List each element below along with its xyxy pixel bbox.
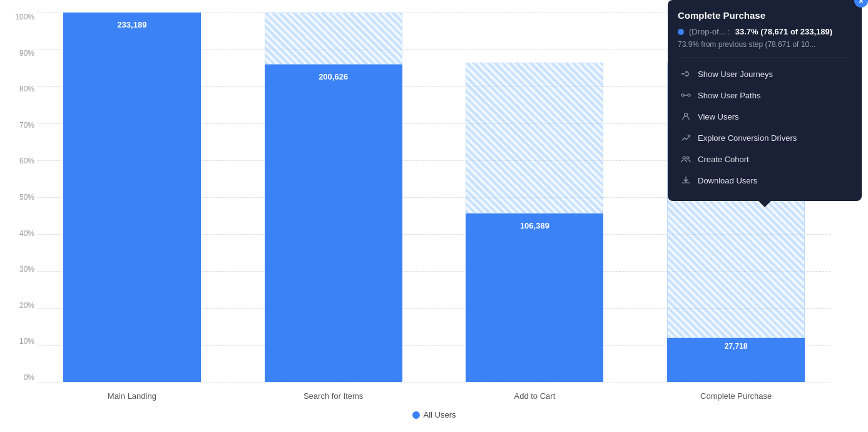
bar-wrapper-add-cart: 106,389 Add to Cart	[441, 13, 630, 382]
menu-item-explore-conversion[interactable]: Explore Conversion Drivers	[678, 127, 852, 148]
bar-solid-search-items: 200,626	[265, 64, 402, 382]
bar-group-search-items: 200,626 Search for Items	[239, 13, 428, 382]
y-label-100: 100%	[15, 13, 34, 21]
download-icon	[680, 175, 692, 186]
svg-point-3	[682, 94, 684, 96]
y-label-40: 40%	[19, 229, 34, 238]
menu-item-download-users[interactable]: Download Users	[678, 170, 852, 191]
grid-line-0	[38, 382, 830, 383]
conversion-icon	[680, 132, 692, 143]
y-label-90: 90%	[19, 49, 34, 58]
bar-solid-add-cart: 106,389	[466, 213, 603, 382]
menu-item-show-user-paths[interactable]: Show User Paths	[678, 85, 852, 106]
x-label-add-cart: Add to Cart	[514, 391, 555, 401]
bar-stack-main-landing: 233,189	[63, 13, 201, 382]
legend-label: All Users	[423, 410, 456, 419]
popup-sub-text: 73.9% from previous step (78,671 of 10..…	[678, 40, 852, 49]
y-axis: 100% 90% 80% 70% 60% 50% 40% 30% 20% 10%…	[6, 13, 34, 382]
menu-label-show-user-paths: Show User Paths	[698, 91, 760, 100]
x-label-complete-purchase: Complete Purchase	[700, 391, 772, 401]
bar-solid-main-landing: 233,189	[63, 13, 201, 382]
popup-stat-dot	[678, 29, 684, 35]
svg-rect-1	[685, 71, 688, 73]
y-label-50: 50%	[19, 193, 34, 202]
svg-rect-0	[682, 73, 684, 75]
svg-point-7	[687, 157, 689, 159]
bar-wrapper-search-items: 200,626 Search for Items	[239, 13, 428, 382]
y-label-70: 70%	[19, 121, 34, 130]
bar-stack-search-items: 200,626	[265, 13, 402, 382]
bar-hatched-search-items	[265, 13, 402, 64]
bar-hatched-add-cart	[466, 63, 603, 213]
journey-icon	[680, 68, 692, 80]
cohort-icon	[680, 153, 692, 165]
legend-dot	[412, 411, 419, 419]
y-label-30: 30%	[19, 265, 34, 274]
menu-item-create-cohort[interactable]: Create Cohort	[678, 148, 852, 170]
svg-rect-2	[685, 75, 688, 76]
bar-value-add-cart: 106,389	[466, 221, 603, 230]
users-icon	[680, 111, 692, 122]
y-label-20: 20%	[19, 301, 34, 310]
svg-point-5	[685, 113, 688, 116]
y-label-10: 10%	[19, 337, 34, 346]
bar-value-main-landing: 233,189	[63, 20, 201, 29]
bar-value-complete-purchase: 27,718	[667, 342, 805, 351]
x-label-search-items: Search for Items	[304, 391, 363, 401]
svg-point-6	[683, 157, 685, 159]
bar-group-main-landing: 233,189 Main Landing	[38, 13, 227, 382]
popup-title: Complete Purchase	[678, 10, 852, 21]
popup-stat-bold: 33.7% (78,671 of 233,189)	[735, 27, 832, 36]
popup-menu: × Complete Purchase (Drop-of... : 33.7% …	[668, 0, 862, 201]
bar-value-search-items: 200,626	[265, 72, 402, 81]
popup-stat-label: (Drop-of... :	[689, 27, 730, 36]
popup-arrow	[758, 201, 771, 207]
path-icon	[680, 90, 692, 101]
menu-label-show-user-journeys: Show User Journeys	[698, 69, 773, 79]
menu-label-explore-conversion: Explore Conversion Drivers	[698, 133, 797, 143]
y-label-60: 60%	[19, 157, 34, 165]
bar-solid-complete-purchase: 27,718	[667, 338, 805, 382]
popup-stat-row: (Drop-of... : 33.7% (78,671 of 233,189)	[678, 27, 852, 36]
bar-wrapper-main-landing: 233,189 Main Landing	[38, 13, 227, 382]
bar-stack-add-cart: 106,389	[466, 63, 603, 382]
chart-legend: All Users	[412, 410, 456, 419]
popup-close-button[interactable]: ×	[854, 0, 868, 8]
y-label-80: 80%	[19, 85, 34, 93]
svg-point-4	[688, 94, 690, 96]
chart-container: 100% 90% 80% 70% 60% 50% 40% 30% 20% 10%…	[0, 0, 868, 432]
bar-group-add-cart: 106,389 Add to Cart	[441, 13, 630, 382]
menu-label-view-users: View Users	[698, 112, 739, 121]
menu-item-view-users[interactable]: View Users	[678, 106, 852, 127]
x-label-main-landing: Main Landing	[108, 391, 156, 401]
y-label-0: 0%	[24, 373, 34, 382]
menu-label-download-users: Download Users	[698, 176, 757, 185]
popup-divider	[678, 58, 852, 58]
menu-label-create-cohort: Create Cohort	[698, 155, 749, 164]
menu-item-show-user-journeys[interactable]: Show User Journeys	[678, 63, 852, 85]
